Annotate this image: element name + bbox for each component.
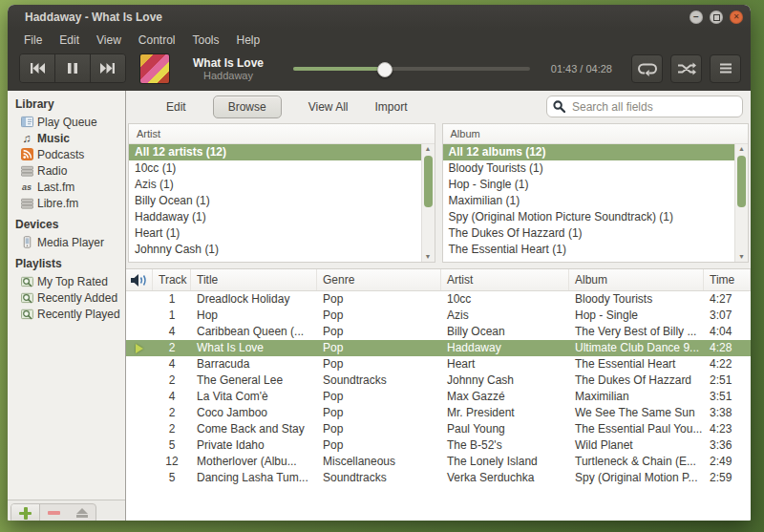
menu-help[interactable]: Help [228, 32, 269, 49]
menu-view[interactable]: View [88, 32, 130, 49]
sidebar-item-radio[interactable]: Radio [8, 162, 125, 179]
column-header-title[interactable]: Title [191, 269, 317, 290]
cell-time: 3:51 [704, 389, 751, 405]
track-row[interactable]: 2Come Back and StayPopPaul YoungThe Esse… [126, 421, 751, 437]
artist-item[interactable]: Johnny Cash (1) [129, 242, 422, 258]
cell-genre: Pop [317, 437, 441, 454]
music-note-icon: ♫ [20, 132, 33, 145]
cell-genre: Soundtracks [317, 372, 441, 389]
album-item[interactable]: Bloody Tourists (1) [443, 160, 736, 177]
track-row[interactable]: 2The General LeeSoundtracksJohnny CashTh… [126, 372, 751, 389]
cell-time: 4:22 [704, 356, 751, 372]
search-input[interactable] [570, 99, 736, 115]
artist-item[interactable]: Haddaway (1) [129, 209, 422, 225]
menu-file[interactable]: File [15, 32, 51, 49]
album-item[interactable]: Maximilian (1) [443, 193, 736, 209]
track-row[interactable]: 1Dreadlock HolidayPop10ccBloody Tourists… [126, 291, 751, 308]
column-header-album[interactable]: Album [569, 269, 704, 290]
sidebar-item-label: Media Player [37, 236, 104, 249]
artist-item[interactable]: All 12 artists (12) [129, 144, 422, 160]
seek-slider[interactable] [293, 67, 530, 71]
search-box[interactable] [546, 96, 743, 117]
menu-edit[interactable]: Edit [51, 32, 88, 49]
artist-item[interactable]: 10cc (1) [129, 160, 422, 177]
artist-item[interactable]: Billy Ocean (1) [129, 193, 422, 209]
cell-time: 2:59 [704, 470, 751, 486]
sidebar-item-podcasts[interactable]: Podcasts [8, 146, 125, 162]
artist-item[interactable]: Azis (1) [129, 177, 422, 193]
close-button[interactable]: ✕ [730, 11, 743, 24]
now-playing-title: What Is Love [179, 56, 278, 70]
sidebar-item-play-queue[interactable]: Play Queue [8, 114, 125, 130]
column-header-artist[interactable]: Artist [441, 269, 569, 290]
pause-button[interactable] [55, 54, 91, 82]
tab-view-all[interactable]: View All [308, 100, 349, 114]
cell-genre: Pop [317, 340, 441, 356]
album-item[interactable]: The Dukes Of Hazzard (1) [443, 225, 736, 242]
column-header-time[interactable]: Time [704, 269, 751, 290]
track-row[interactable]: 4Caribbean Queen (...PopBilly OceanThe V… [126, 324, 751, 340]
speaker-icon[interactable] [126, 269, 153, 290]
menu-control[interactable]: Control [130, 32, 184, 49]
tab-browse[interactable]: Browse [213, 96, 282, 118]
cell-genre: Pop [317, 389, 441, 405]
seek-handle[interactable] [377, 62, 393, 77]
track-row[interactable]: 5Private IdahoPopThe B-52'sWild Planet3:… [126, 437, 751, 454]
menu-button[interactable] [710, 54, 741, 83]
sidebar-item-music[interactable]: ♫Music [8, 130, 125, 146]
album-list: All 12 albums (12)Bloody Tourists (1)Hop… [443, 144, 736, 262]
add-button[interactable] [11, 504, 40, 521]
scroll-up-icon[interactable]: ▲ [735, 144, 748, 154]
scroll-down-icon[interactable]: ▼ [735, 252, 748, 262]
scrollbar-thumb[interactable] [737, 156, 746, 207]
eject-button[interactable] [68, 504, 96, 521]
album-item[interactable]: Hop - Single (1) [443, 177, 736, 193]
stack-icon [20, 164, 33, 178]
track-row[interactable]: 12Motherlover (Albu...MiscellaneousThe L… [126, 454, 751, 470]
row-indicator [126, 470, 153, 486]
maximize-button[interactable] [710, 11, 723, 24]
album-item[interactable]: All 12 albums (12) [443, 144, 736, 160]
sidebar-item-last-fm[interactable]: asLast.fm [8, 179, 125, 195]
scroll-down-icon[interactable]: ▼ [422, 252, 435, 262]
titlebar[interactable]: Haddaway - What Is Love −✕ [8, 5, 751, 30]
album-scrollbar[interactable]: ▲ ▼ [734, 144, 748, 262]
column-header-track[interactable]: Track [153, 269, 191, 290]
album-item[interactable]: The Essential Heart (1) [443, 242, 736, 258]
sidebar-item-my-top-rated[interactable]: My Top Rated [8, 273, 125, 289]
track-row[interactable]: 1HopPopAzisHop - Single3:07 [126, 308, 751, 324]
cell-title: Dancing Lasha Tum... [191, 470, 317, 486]
sidebar-item-recently-played[interactable]: Recently Played [8, 306, 125, 322]
artist-item[interactable]: Heart (1) [129, 225, 422, 242]
track-row[interactable]: 4La Vita Com'èPopMax GazzéMaximilian3:51 [126, 389, 751, 405]
sidebar-item-libre-fm[interactable]: Libre.fm [8, 195, 125, 211]
scroll-up-icon[interactable]: ▲ [422, 144, 435, 154]
repeat-button[interactable] [631, 54, 663, 83]
remove-button[interactable] [40, 504, 68, 521]
tab-import[interactable]: Import [375, 100, 408, 114]
next-button[interactable] [91, 54, 125, 82]
sidebar-section-devices: Devices [8, 211, 125, 234]
scrollbar-thumb[interactable] [424, 156, 433, 207]
cell-artist: Johnny Cash [441, 372, 569, 389]
row-indicator [126, 291, 153, 308]
sidebar-item-media-player[interactable]: Media Player [8, 234, 125, 250]
tab-edit[interactable]: Edit [166, 100, 186, 114]
artist-pane-header[interactable]: Artist [129, 124, 435, 144]
artist-scrollbar[interactable]: ▲ ▼ [421, 144, 435, 262]
menu-bar: FileEditViewControlToolsHelp [8, 30, 751, 51]
cell-album: Turtleneck & Chain (E... [569, 454, 704, 470]
shuffle-button[interactable] [670, 54, 702, 83]
column-header-genre[interactable]: Genre [317, 269, 441, 290]
album-item[interactable]: Spy (Original Motion Picture Soundtrack)… [443, 209, 736, 225]
track-row[interactable]: 4BarracudaPopHeartThe Essential Heart4:2… [126, 356, 751, 372]
album-pane-header[interactable]: Album [443, 124, 749, 144]
track-row[interactable]: 2Coco JambooPopMr. PresidentWe See The S… [126, 405, 751, 421]
window-controls: −✕ [683, 11, 743, 24]
menu-tools[interactable]: Tools [184, 32, 228, 49]
track-row[interactable]: 5Dancing Lasha Tum...SoundtracksVerka Se… [126, 470, 751, 486]
minimize-button[interactable]: − [690, 11, 703, 24]
previous-button[interactable] [20, 54, 55, 82]
track-row[interactable]: 2What Is LovePopHaddawayUltimate Club Da… [126, 340, 751, 356]
sidebar-item-recently-added[interactable]: Recently Added [8, 289, 125, 306]
